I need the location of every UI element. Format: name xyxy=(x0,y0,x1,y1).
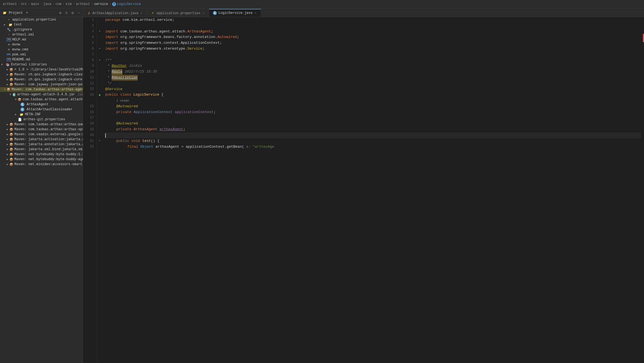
lib-icon: 📦 xyxy=(9,73,13,76)
list-item[interactable]: ▶ 📦 Maven: jakarta.activation:jakarta.ac… xyxy=(0,137,83,142)
list-item[interactable]: ▶ 📦 Maven: net.bytebuddy:byte-buddy-agen… xyxy=(0,157,83,162)
file-label: .gitignore xyxy=(12,28,32,32)
list-item[interactable]: ▼ 🫙 arthas-agent-attach-3.4.8.jar librar… xyxy=(0,92,83,97)
fold-arrow[interactable]: ▾ xyxy=(97,29,102,35)
gutter: ▾ ▾ ▾ ● xyxy=(97,17,102,363)
tab-close-button[interactable]: × xyxy=(202,11,205,15)
arrow-icon: ▼ xyxy=(4,88,6,91)
package-label: com.taobao.arthas.agent.attach xyxy=(23,98,83,101)
breadcrumb-item[interactable]: arthas1 xyxy=(76,2,90,6)
fold-arrow[interactable]: ● xyxy=(97,92,102,98)
list-item[interactable]: ▶ 📦 Maven: com.taobao.arthas:arthas-spri… xyxy=(0,127,83,132)
list-item[interactable]: MD HELP.md xyxy=(0,37,83,42)
list-item[interactable]: ▶ 📦 Maven: net.bytebuddy:byte-buddy:1.10… xyxy=(0,152,83,157)
lib-label: Maven: net.minidev:accessors-smart:1.2 xyxy=(14,162,83,166)
list-item[interactable]: MD README.md xyxy=(0,57,83,62)
list-item[interactable]: ▶ 📦 Maven: ch.qos.logback:logback-classi… xyxy=(0,72,83,77)
md-icon: MD xyxy=(7,58,11,61)
code-editor[interactable]: 1 2 3 4 5 6 7 8 9 10 11 12 13 14 15 16 xyxy=(83,17,644,363)
xml-icon: XML xyxy=(7,53,11,56)
minimize-icon[interactable]: − xyxy=(78,11,80,15)
mvnw-icon: m xyxy=(7,43,11,46)
lib-label: < 1.8 > /Library/Java/JavaVirtualMachine… xyxy=(14,68,83,71)
code-line: @Autowired xyxy=(105,121,641,127)
breadcrumb-item[interactable]: arthas1 xyxy=(3,2,17,6)
list-item[interactable]: ▶ 📁 META-INF xyxy=(0,112,83,117)
cmd-icon: m xyxy=(7,48,11,51)
code-line: import org.springframework.context.Appli… xyxy=(105,40,641,46)
tab-close-button[interactable]: × xyxy=(140,11,143,15)
tab-logicservice[interactable]: C LogicService.java × xyxy=(209,9,261,17)
breadcrumb-item[interactable]: com xyxy=(55,2,61,6)
tab-arthas1application[interactable]: J Arthas1Application.java × xyxy=(83,9,147,17)
breadcrumb-item[interactable]: java xyxy=(43,2,51,6)
file-label: arthas1.iml xyxy=(12,33,34,37)
lib-icon: 📦 xyxy=(9,143,13,146)
code-line: /** xyxy=(105,58,641,63)
fold-arrow[interactable]: ▾ xyxy=(97,46,102,52)
file-label: mvnw.cmd xyxy=(12,48,28,52)
project-dropdown-arrow[interactable]: ▼ xyxy=(26,11,28,14)
code-line: public class LogicService { xyxy=(105,92,641,98)
list-item[interactable]: 🔧 .gitignore xyxy=(0,27,83,32)
lib-label: Maven: net.bytebuddy:byte-buddy:1.10.18 xyxy=(14,152,83,156)
lib-icon: 📦 xyxy=(9,163,13,166)
list-item[interactable]: ▶ 📦 < 1.8 > /Library/Java/JavaVirtualMac… xyxy=(0,67,83,72)
list-item[interactable]: ▪ application.properties xyxy=(0,17,83,22)
tab-label: Arthas1Application.java xyxy=(92,11,138,15)
lib-label: Maven: ch.qos.logback:logback-classic:1.… xyxy=(14,73,83,76)
lib-label: Maven: com.taobao.arthas:arthas-agent-at… xyxy=(12,88,83,91)
tab-icon-java-active: C xyxy=(213,11,217,15)
lib-label: Maven: com.vaadin.external.google:androi… xyxy=(14,132,83,136)
breadcrumb-item[interactable]: kim xyxy=(66,2,72,6)
arrow-icon: ▶ xyxy=(7,128,8,131)
gear-icon[interactable]: ⚙ xyxy=(71,11,74,15)
breadcrumb-item[interactable]: src xyxy=(21,2,27,6)
tab-application-properties[interactable]: P application.properties × xyxy=(147,9,209,17)
code-line: * @description xyxy=(105,75,641,81)
list-item[interactable]: m mvnw xyxy=(0,42,83,47)
list-item[interactable]: ▶ 📦 Maven: ch.qos.logback:logback-core:1… xyxy=(0,77,83,82)
list-item[interactable]: ▶ 📦 Maven: jakarta.xml.bind:jakarta.xml.… xyxy=(0,147,83,152)
tab-close-button[interactable]: × xyxy=(254,11,257,15)
list-item[interactable]: C ArthasAgent xyxy=(0,102,83,107)
list-item[interactable]: m mvnw.cmd xyxy=(0,47,83,52)
arrow-icon: ▶ xyxy=(7,73,8,76)
arrow-icon: ▶ xyxy=(7,148,8,151)
file-label: mvnw xyxy=(12,43,20,47)
usage-hint: 1 usage xyxy=(116,98,129,103)
list-item[interactable]: XML pom.xml xyxy=(0,52,83,57)
arrow-icon: ▼ xyxy=(9,93,11,96)
list-item[interactable]: ▶ 📦 Maven: net.minidev:accessors-smart:1… xyxy=(0,162,83,167)
breadcrumb-bar: arthas1 › src › main › java › com › kim … xyxy=(0,0,644,8)
list-item[interactable]: ▶ 📦 Maven: com.vaadin.external.google:an… xyxy=(0,132,83,137)
class-label: AttachArthasClassloader xyxy=(27,108,73,111)
fold-arrow[interactable]: ▾ xyxy=(97,58,102,63)
cursor xyxy=(105,133,106,138)
list-item[interactable]: ▼ 📦 com.taobao.arthas.agent.attach xyxy=(0,97,83,102)
folder-icon: 📁 xyxy=(8,23,13,27)
list-item[interactable]: ▼ 📚 External Libraries xyxy=(0,62,83,67)
list-item[interactable]: ▶ 📦 Maven: com.taobao.arthas:arthas-pack… xyxy=(0,122,83,127)
code-line xyxy=(105,115,641,121)
arrow-icon: ▼ xyxy=(1,63,4,66)
code-line: */ xyxy=(105,81,641,86)
list-item[interactable]: C AttachArthasClassloader xyxy=(0,107,83,112)
breadcrumb-item[interactable]: main xyxy=(31,2,39,6)
list-item[interactable]: ▼ 📦 Maven: com.taobao.arthas:arthas-agen… xyxy=(0,87,83,92)
breadcrumb-service[interactable]: service xyxy=(94,2,108,6)
arrow-icon: ▶ xyxy=(7,153,8,156)
collapse-icon[interactable]: ≡ xyxy=(65,11,68,15)
list-item[interactable]: ▶ 📁 test xyxy=(0,22,83,27)
file-label: application.properties xyxy=(12,18,56,22)
usage-hint-line: 1 usage xyxy=(105,98,641,104)
tab-icon-properties: P xyxy=(151,11,155,15)
locate-icon[interactable]: ⊕ xyxy=(59,11,61,15)
list-item[interactable]: ▶ 📦 Maven: jakarta.annotation:jakarta.an… xyxy=(0,142,83,147)
list-item[interactable]: ▶ 📦 Maven: com.jayway.jsonpath:json-path… xyxy=(0,82,83,87)
code-line xyxy=(105,23,641,29)
file-label: HELP.md xyxy=(12,38,26,42)
list-item[interactable]: 📄 arthas-git.properties xyxy=(0,117,83,122)
list-item[interactable]: ▫ arthas1.iml xyxy=(0,32,83,37)
fold-arrow[interactable]: ▾ xyxy=(97,138,102,144)
